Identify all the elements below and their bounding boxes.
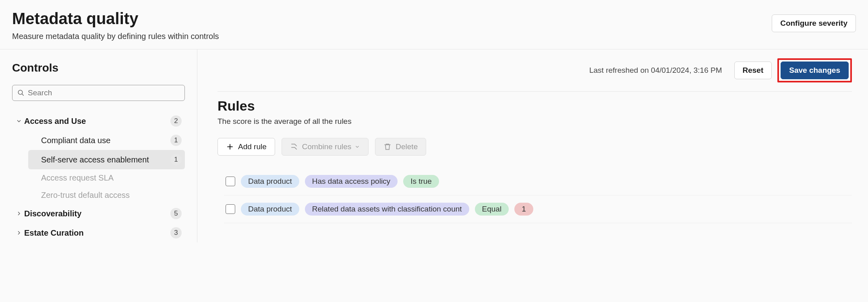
plus-icon [226,143,234,151]
search-input[interactable] [28,88,180,97]
page-title: Metadata quality [12,10,772,28]
page-header: Metadata quality Measure metadata qualit… [0,0,868,49]
rules-panel: Last refreshed on 04/01/2024, 3:16 PM Re… [197,49,868,242]
controls-tree: Access and Use2Compliant data use1Self-s… [12,111,185,242]
last-refreshed-text: Last refreshed on 04/01/2024, 3:16 PM [589,66,722,75]
add-rule-label: Add rule [238,142,267,151]
rules-heading: Rules [218,98,852,114]
chevron-right-icon [14,210,24,217]
save-highlight-box: Save changes [777,58,852,82]
configure-severity-button[interactable]: Configure severity [772,14,856,32]
page-subtitle: Measure metadata quality by defining rul… [12,32,772,41]
svg-point-0 [18,90,23,95]
tree-item-label: Self-serve access enablement [41,155,170,164]
delete-rule-label: Delete [396,142,418,151]
tree-count-badge: 5 [170,208,182,219]
svg-line-1 [22,94,24,96]
save-changes-button[interactable]: Save changes [781,62,849,79]
tree-item[interactable]: Access request SLA [28,169,185,187]
tree-group[interactable]: Discoverability5 [12,204,185,223]
delete-rule-button[interactable]: Delete [375,138,426,156]
tree-item-label: Compliant data use [41,136,170,145]
tree-count-badge: 1 [170,154,182,165]
controls-search[interactable] [12,85,185,101]
tree-count-badge: 3 [170,227,182,238]
combine-icon [290,143,298,151]
trash-icon [383,143,392,151]
tree-item[interactable]: Self-serve access enablement1 [28,150,185,169]
rule-entity-pill[interactable]: Data product [241,203,299,216]
chevron-right-icon [14,230,24,236]
tree-group-label: Discoverability [24,209,170,218]
tree-item-label: Zero-trust default access [41,191,182,200]
rules-toolbar: Add rule Combine rules [218,138,852,156]
tree-item[interactable]: Zero-trust default access [28,187,185,204]
tree-count-badge: 1 [170,135,182,146]
rule-value-pill[interactable]: 1 [514,203,533,216]
tree-group[interactable]: Estate Curation3 [12,223,185,242]
rule-operator-pill[interactable]: Is true [403,175,439,188]
rule-list: Data productHas data access policyIs tru… [218,168,852,223]
combine-rules-label: Combine rules [302,142,352,151]
tree-children: Compliant data use1Self-serve access ena… [12,131,185,204]
chevron-down-icon [14,118,24,124]
add-rule-button[interactable]: Add rule [218,138,275,156]
header-text-block: Metadata quality Measure metadata qualit… [12,10,772,41]
rule-entity-pill[interactable]: Data product [241,175,299,188]
rules-subheading: The score is the average of all the rule… [218,117,852,126]
rule-checkbox[interactable] [226,177,235,186]
content-area: Controls Access and Use2Compliant data u… [0,49,868,242]
rule-operator-pill[interactable]: Equal [475,203,509,216]
reset-button[interactable]: Reset [734,62,772,79]
rule-attribute-pill[interactable]: Has data access policy [305,175,398,188]
rule-checkbox[interactable] [226,204,235,214]
rule-row: Data productHas data access policyIs tru… [224,168,852,195]
tree-group[interactable]: Access and Use2 [12,111,185,131]
tree-group-label: Estate Curation [24,228,170,238]
search-icon [17,89,25,97]
rules-topbar: Last refreshed on 04/01/2024, 3:16 PM Re… [218,58,852,92]
tree-group-label: Access and Use [24,117,170,126]
tree-item-label: Access request SLA [41,173,182,183]
rule-row: Data productRelated data assets with cla… [224,195,852,223]
tree-count-badge: 2 [170,115,182,127]
combine-rules-button[interactable]: Combine rules [282,138,369,156]
chevron-down-icon [354,144,360,150]
rule-attribute-pill[interactable]: Related data assets with classification … [305,203,469,216]
controls-sidebar: Controls Access and Use2Compliant data u… [0,49,197,242]
tree-item[interactable]: Compliant data use1 [28,131,185,150]
controls-heading: Controls [12,62,185,74]
